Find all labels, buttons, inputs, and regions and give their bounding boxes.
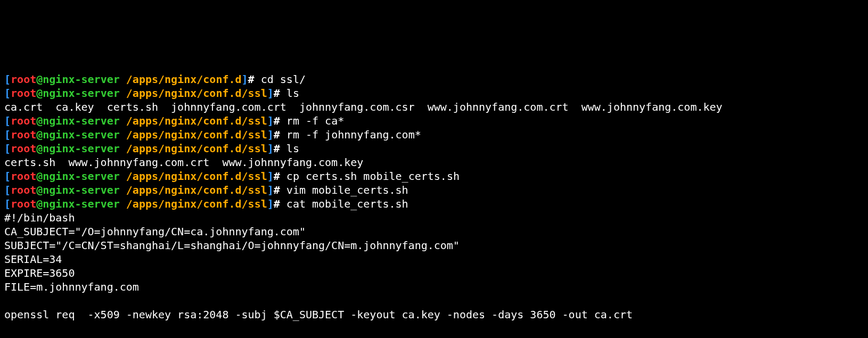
terminal-line: #!/bin/bash xyxy=(4,211,864,225)
terminal-line: ca.crt ca.key certs.sh johnnyfang.com.cr… xyxy=(4,100,864,114)
prompt-open-bracket: [ xyxy=(4,197,11,210)
prompt-at: @ xyxy=(36,73,43,86)
shell-prompt: [root@nginx-server /apps/nginx/conf.d/ss… xyxy=(4,184,286,196)
output-text: ca.crt ca.key certs.sh johnnyfang.com.cr… xyxy=(4,101,723,113)
prompt-at: @ xyxy=(36,87,43,100)
terminal-line xyxy=(4,294,864,308)
prompt-user: root xyxy=(11,73,36,86)
output-text: SERIAL=34 xyxy=(4,253,62,266)
command-text: ls xyxy=(286,142,299,155)
prompt-path: /apps/nginx/conf.d/ssl xyxy=(126,142,267,155)
shell-prompt: [root@nginx-server /apps/nginx/conf.d/ss… xyxy=(4,114,286,127)
terminal-line: certs.sh www.johnnyfang.com.crt www.john… xyxy=(4,155,864,169)
command-text: vim mobile_certs.sh xyxy=(286,184,408,196)
shell-prompt: [root@nginx-server /apps/nginx/conf.d/ss… xyxy=(4,142,286,155)
shell-prompt: [root@nginx-server /apps/nginx/conf.d/ss… xyxy=(4,170,286,183)
prompt-open-bracket: [ xyxy=(4,170,11,183)
prompt-host: nginx-server xyxy=(43,73,126,86)
command-text: rm -f ca* xyxy=(286,114,344,127)
prompt-at: @ xyxy=(36,128,43,141)
command-text: rm -f johnnyfang.com* xyxy=(286,128,421,141)
prompt-close-bracket: ] xyxy=(267,170,274,183)
prompt-at: @ xyxy=(36,184,43,196)
prompt-path: /apps/nginx/conf.d xyxy=(126,73,242,86)
prompt-open-bracket: [ xyxy=(4,73,11,86)
prompt-open-bracket: [ xyxy=(4,142,11,155)
prompt-user: root xyxy=(11,170,36,183)
terminal-line: [root@nginx-server /apps/nginx/conf.d/ss… xyxy=(4,128,864,142)
prompt-user: root xyxy=(11,197,36,210)
command-text: cp certs.sh mobile_certs.sh xyxy=(286,170,460,183)
terminal-line: FILE=m.johnnyfang.com xyxy=(4,280,864,294)
prompt-hash: # xyxy=(274,170,286,183)
prompt-at: @ xyxy=(36,114,43,127)
output-text: SUBJECT="/C=CN/ST=shanghai/L=shanghai/O=… xyxy=(4,239,460,252)
prompt-hash: # xyxy=(274,142,286,155)
prompt-open-bracket: [ xyxy=(4,114,11,127)
prompt-user: root xyxy=(11,87,36,100)
prompt-user: root xyxy=(11,114,36,127)
shell-prompt: [root@nginx-server /apps/nginx/conf.d/ss… xyxy=(4,197,286,210)
terminal-line: [root@nginx-server /apps/nginx/conf.d/ss… xyxy=(4,169,864,183)
terminal-line: EXPIRE=3650 xyxy=(4,266,864,280)
output-text: openssl req -newkey rsa:2048 -nodes -key… xyxy=(4,336,569,338)
prompt-at: @ xyxy=(36,142,43,155)
prompt-host: nginx-server xyxy=(43,128,126,141)
command-text: ls xyxy=(286,87,299,100)
prompt-path: /apps/nginx/conf.d/ssl xyxy=(126,170,267,183)
terminal-line: openssl req -newkey rsa:2048 -nodes -key… xyxy=(4,335,864,338)
prompt-close-bracket: ] xyxy=(267,142,274,155)
terminal-line: SERIAL=34 xyxy=(4,252,864,266)
prompt-close-bracket: ] xyxy=(267,114,274,127)
prompt-hash: # xyxy=(274,197,286,210)
prompt-hash: # xyxy=(274,87,286,100)
prompt-host: nginx-server xyxy=(43,184,126,196)
prompt-user: root xyxy=(11,142,36,155)
prompt-hash: # xyxy=(274,184,286,196)
prompt-close-bracket: ] xyxy=(267,128,274,141)
prompt-at: @ xyxy=(36,197,43,210)
prompt-close-bracket: ] xyxy=(267,87,274,100)
prompt-close-bracket: ] xyxy=(242,73,248,86)
prompt-path: /apps/nginx/conf.d/ssl xyxy=(126,184,267,196)
terminal-line: [root@nginx-server /apps/nginx/conf.d/ss… xyxy=(4,197,864,211)
prompt-hash: # xyxy=(274,114,286,127)
prompt-at: @ xyxy=(36,170,43,183)
command-text: cat mobile_certs.sh xyxy=(286,197,408,210)
output-text: EXPIRE=3650 xyxy=(4,267,75,279)
output-text xyxy=(4,322,11,335)
output-text: openssl req -x509 -newkey rsa:2048 -subj… xyxy=(4,308,633,321)
output-text xyxy=(4,294,11,307)
command-text: cd ssl/ xyxy=(261,73,306,86)
terminal-line: [root@nginx-server /apps/nginx/conf.d/ss… xyxy=(4,183,864,197)
prompt-path: /apps/nginx/conf.d/ssl xyxy=(126,128,267,141)
prompt-close-bracket: ] xyxy=(267,184,274,196)
terminal-line: [root@nginx-server /apps/nginx/conf.d]# … xyxy=(4,72,864,86)
terminal-line: openssl req -x509 -newkey rsa:2048 -subj… xyxy=(4,308,864,321)
prompt-user: root xyxy=(11,128,36,141)
prompt-path: /apps/nginx/conf.d/ssl xyxy=(126,114,267,127)
prompt-path: /apps/nginx/conf.d/ssl xyxy=(126,87,267,100)
shell-prompt: [root@nginx-server /apps/nginx/conf.d/ss… xyxy=(4,87,286,100)
terminal-line xyxy=(4,321,864,335)
shell-prompt: [root@nginx-server /apps/nginx/conf.d/ss… xyxy=(4,128,286,141)
output-text: certs.sh www.johnnyfang.com.crt www.john… xyxy=(4,156,363,169)
prompt-hash: # xyxy=(248,73,261,86)
shell-prompt: [root@nginx-server /apps/nginx/conf.d]# xyxy=(4,73,261,86)
prompt-hash: # xyxy=(274,128,286,141)
prompt-host: nginx-server xyxy=(43,142,126,155)
prompt-path: /apps/nginx/conf.d/ssl xyxy=(126,197,267,210)
terminal-line: [root@nginx-server /apps/nginx/conf.d/ss… xyxy=(4,142,864,155)
prompt-open-bracket: [ xyxy=(4,128,11,141)
prompt-host: nginx-server xyxy=(43,87,126,100)
terminal-line: CA_SUBJECT="/O=johnnyfang/CN=ca.johnnyfa… xyxy=(4,225,864,238)
terminal-line: [root@nginx-server /apps/nginx/conf.d/ss… xyxy=(4,114,864,128)
terminal[interactable]: [root@nginx-server /apps/nginx/conf.d]# … xyxy=(0,69,868,338)
terminal-line: SUBJECT="/C=CN/ST=shanghai/L=shanghai/O=… xyxy=(4,238,864,252)
prompt-open-bracket: [ xyxy=(4,87,11,100)
terminal-line: [root@nginx-server /apps/nginx/conf.d/ss… xyxy=(4,86,864,100)
prompt-open-bracket: [ xyxy=(4,184,11,196)
prompt-close-bracket: ] xyxy=(267,197,274,210)
prompt-host: nginx-server xyxy=(43,170,126,183)
output-text: #!/bin/bash xyxy=(4,211,75,224)
